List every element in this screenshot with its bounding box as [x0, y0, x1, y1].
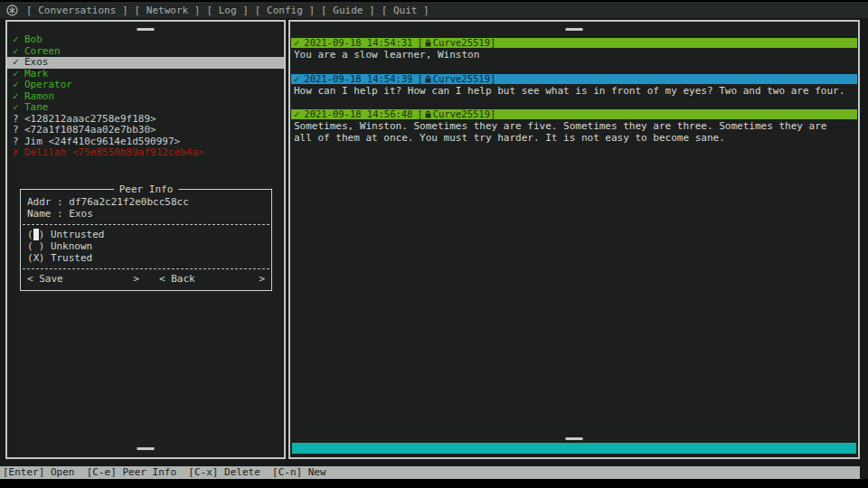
contact-list: ✓Bob ✓Coreen ✓Exos ✓Mark ✓Operator ✓Ramo…	[7, 34, 284, 159]
lock-icon	[425, 39, 431, 47]
delivered-check-icon: ✓	[294, 109, 299, 119]
contact-name: Jim <24f410c9614e1d590997>	[24, 136, 180, 147]
unknown-question-icon: ?	[13, 125, 24, 136]
bracket: [	[417, 74, 422, 84]
peer-addr: Addr : df76a2c21f2e0bcc58cc	[21, 196, 271, 208]
bracket: ]	[490, 38, 495, 48]
menu-quit[interactable]: [ Quit ]	[382, 5, 429, 16]
radio-bracket: )	[39, 240, 51, 252]
message: ✓2021-09-18 14:54:31[Curve25519] You are…	[291, 38, 857, 61]
pane-scroll-marker-bottom	[566, 437, 583, 440]
save-button[interactable]: < Save>	[27, 273, 139, 285]
delivered-check-icon: ✓	[294, 74, 299, 84]
contact-name: <72a1f10874aa02e7bb30>	[24, 124, 156, 136]
cipher-label: Curve25519	[433, 74, 490, 84]
shortcut-statusbar: [Enter] Open [C-e] Peer Info [C-x] Delet…	[0, 466, 860, 479]
dialog-title: Peer Info	[114, 183, 179, 195]
contact-name: Bob	[24, 33, 42, 45]
message-timestamp: 2021-09-18 14:54:39	[304, 74, 412, 84]
message-text: You are a slow learner, Winston	[291, 50, 857, 61]
radio-label: Trusted	[51, 252, 92, 264]
dialog-buttons: < Save> < Back>	[21, 273, 271, 285]
lock-icon	[425, 110, 431, 118]
contact-name: Tane	[24, 101, 49, 113]
dialog-separator	[23, 268, 269, 269]
message-list: ✓2021-09-18 14:54:31[Curve25519] You are…	[291, 38, 857, 156]
message: ✓2021-09-18 14:56:48[Curve25519] Sometim…	[291, 109, 857, 144]
bracket: [	[417, 38, 422, 48]
contact-row-coreen[interactable]: ✓Coreen	[7, 46, 284, 58]
radio-bracket: )	[39, 252, 51, 264]
pane-scroll-marker-top	[137, 28, 155, 31]
message-header: ✓2021-09-18 14:54:39[Curve25519]	[291, 74, 857, 84]
blocked-cross-icon: ✗	[13, 147, 24, 159]
back-button[interactable]: < Back>	[159, 273, 265, 285]
message-timestamp: 2021-09-18 14:56:48	[304, 109, 412, 119]
message-timestamp: 2021-09-18 14:54:31	[304, 38, 412, 48]
bottom-strip	[0, 479, 868, 488]
conversation-panel: ✓2021-09-18 14:54:31[Curve25519] You are…	[288, 20, 860, 459]
radio-untrusted[interactable]: ( ) Untrusted	[21, 229, 271, 240]
message-header: ✓2021-09-18 14:54:31[Curve25519]	[291, 38, 857, 48]
menu-config[interactable]: [ Config ]	[255, 5, 315, 16]
radio-label: Untrusted	[51, 229, 105, 240]
radio-bracket: (	[27, 229, 33, 240]
contact-name: Operator	[24, 79, 72, 90]
trusted-check-icon: ✓	[13, 57, 24, 69]
radio-label: Unknown	[51, 240, 92, 252]
contact-row-exos-selected[interactable]: ✓Exos	[7, 57, 284, 69]
contact-row-ramon[interactable]: ✓Ramon	[7, 91, 284, 103]
radio-bracket: )	[39, 229, 51, 240]
contact-name: Delilah <75e8550b89af912ceb4a>	[24, 146, 204, 158]
trusted-check-icon: ✓	[13, 80, 24, 91]
peer-info-dialog: Peer Info Addr : df76a2c21f2e0bcc58cc Na…	[20, 189, 272, 291]
bracket: [	[417, 109, 422, 119]
radio-bracket: (	[27, 252, 33, 264]
message-text: Sometimes, Winston. Sometimes they are f…	[291, 121, 857, 144]
contact-name: <128212aaac2758e9f189>	[24, 113, 156, 125]
save-button-label: < Save	[27, 273, 63, 285]
lock-icon	[425, 75, 431, 83]
peer-name: Name : Exos	[21, 208, 271, 220]
contact-name: Coreen	[24, 45, 61, 57]
contact-name: Mark	[24, 68, 49, 80]
trusted-check-icon: ✓	[13, 102, 24, 114]
trusted-check-icon: ✓	[13, 34, 24, 46]
radio-bracket: (	[27, 240, 33, 252]
pane-scroll-marker-top	[566, 28, 583, 31]
back-button-label: < Back	[159, 273, 195, 285]
message: ✓2021-09-18 14:54:39[Curve25519] How can…	[291, 74, 857, 98]
menu-conversations[interactable]: [ Conversations ]	[26, 5, 128, 16]
radio-trusted[interactable]: (X) Trusted	[21, 252, 271, 264]
menu-log[interactable]: [ Log ]	[206, 5, 248, 16]
message-text: How can I help it? How can I help but se…	[291, 86, 857, 98]
dialog-separator	[23, 224, 269, 225]
contacts-panel: ✓Bob ✓Coreen ✓Exos ✓Mark ✓Operator ✓Ramo…	[5, 20, 286, 459]
bracket: ]	[490, 74, 495, 84]
button-arrow: >	[133, 273, 139, 285]
pane-scroll-marker-bottom	[137, 447, 155, 450]
contact-name: Exos	[24, 56, 49, 68]
cipher-label: Curve25519	[433, 38, 490, 48]
app-logo-icon	[6, 5, 18, 16]
radio-unknown[interactable]: ( ) Unknown	[21, 240, 271, 252]
contact-row-delilah[interactable]: ✗Delilah <75e8550b89af912ceb4a>	[7, 147, 284, 159]
terminal-screen: [ Conversations ] [ Network ] [ Log ] [ …	[0, 0, 868, 488]
menu-network[interactable]: [ Network ]	[135, 5, 201, 16]
bracket: ]	[490, 109, 495, 119]
message-header: ✓2021-09-18 14:56:48[Curve25519]	[291, 109, 857, 119]
menubar: [ Conversations ] [ Network ] [ Log ] [ …	[0, 2, 868, 18]
delivered-check-icon: ✓	[294, 38, 299, 48]
message-input[interactable]	[292, 443, 856, 454]
menu-guide[interactable]: [ Guide ]	[321, 5, 375, 16]
contact-name: Ramon	[24, 90, 54, 102]
cipher-label: Curve25519	[433, 109, 490, 119]
button-arrow: >	[259, 273, 265, 285]
